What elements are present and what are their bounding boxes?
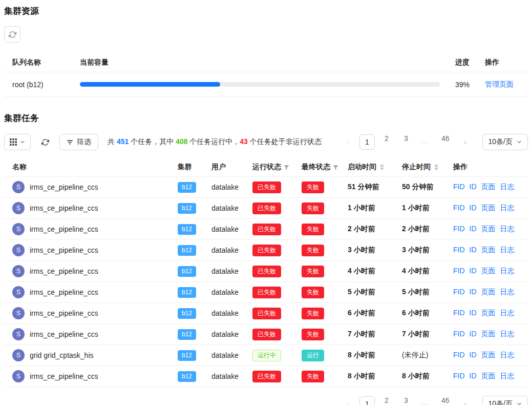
manage-page-link[interactable]: 管理页面 <box>485 80 514 88</box>
page-number-button[interactable]: 46 <box>437 133 454 151</box>
tasks-refresh-button[interactable] <box>37 134 53 150</box>
resources-table: 队列名称 当前容量 进度 操作 root (b12) 39% 管理页面 <box>4 53 528 97</box>
fid-link[interactable]: FID <box>453 330 465 339</box>
final-status-badge: 失败 <box>302 371 324 382</box>
col-header-start-time: 启动时间 <box>344 163 398 172</box>
sort-icon[interactable] <box>434 164 438 170</box>
log-link[interactable]: 日志 <box>500 183 515 192</box>
final-status-badge: 失败 <box>302 202 324 214</box>
sort-icon[interactable] <box>380 164 384 170</box>
page-number-button[interactable]: ··· <box>418 396 433 405</box>
table-row: S irms_ce_pipeline_ccs b12 datalake 已失败 … <box>4 198 528 219</box>
log-link[interactable]: 日志 <box>500 351 515 360</box>
id-link[interactable]: ID <box>470 267 477 276</box>
col-header-actions: 操作 <box>449 163 528 172</box>
log-link[interactable]: 日志 <box>500 204 515 213</box>
page-link[interactable]: 页面 <box>481 204 496 213</box>
col-header-cluster: 集群 <box>174 163 207 172</box>
fid-link[interactable]: FID <box>453 246 465 255</box>
fid-link[interactable]: FID <box>453 372 465 381</box>
log-link[interactable]: 日志 <box>500 309 515 318</box>
filter-lines-icon <box>67 139 73 146</box>
id-link[interactable]: ID <box>470 246 477 255</box>
user-name: datalake <box>207 225 248 233</box>
user-name: datalake <box>207 330 248 338</box>
final-status-badge: 运行 <box>302 350 324 361</box>
page-link[interactable]: 页面 <box>481 183 496 192</box>
log-link[interactable]: 日志 <box>500 267 515 276</box>
id-link[interactable]: ID <box>470 309 477 318</box>
page-number-button[interactable]: 2 <box>379 133 394 151</box>
page-number-button[interactable]: 3 <box>398 133 414 151</box>
filter-funnel-icon[interactable] <box>284 165 289 170</box>
page-number-button[interactable]: 2 <box>379 395 394 405</box>
summary-text: 个任务，其中 <box>129 137 176 146</box>
next-page-button[interactable]: › <box>458 396 473 405</box>
fid-link[interactable]: FID <box>453 267 465 276</box>
cluster-badge: b12 <box>178 224 196 235</box>
page-link[interactable]: 页面 <box>481 309 496 318</box>
log-link[interactable]: 日志 <box>500 372 515 381</box>
fid-link[interactable]: FID <box>453 225 465 234</box>
page-size-select[interactable]: 10条/页 <box>482 396 528 405</box>
prev-page-button[interactable]: ‹ <box>340 396 355 405</box>
fid-link[interactable]: FID <box>453 183 465 192</box>
resources-refresh-button[interactable] <box>4 26 20 43</box>
stop-time: 7 小时前 <box>398 330 449 339</box>
next-page-button[interactable]: › <box>458 134 473 150</box>
stop-time: (未停止) <box>398 351 449 360</box>
filter-funnel-icon[interactable] <box>333 165 338 170</box>
id-link[interactable]: ID <box>470 351 477 360</box>
column-settings-dropdown-button[interactable] <box>4 134 31 150</box>
page-link[interactable]: 页面 <box>481 288 496 297</box>
stop-time: 3 小时前 <box>398 246 449 255</box>
id-link[interactable]: ID <box>470 225 477 234</box>
page-number-button[interactable]: 3 <box>398 395 414 405</box>
page-number-button[interactable]: 1 <box>359 134 375 150</box>
id-link[interactable]: ID <box>470 330 477 339</box>
id-link[interactable]: ID <box>470 372 477 381</box>
avatar: S <box>12 265 25 277</box>
id-link[interactable]: ID <box>470 183 477 192</box>
log-link[interactable]: 日志 <box>500 288 515 297</box>
prev-page-button[interactable]: ‹ <box>340 134 355 150</box>
page-link[interactable]: 页面 <box>481 267 496 276</box>
chevron-down-icon <box>20 139 25 145</box>
filter-button-label: 筛选 <box>77 137 91 147</box>
id-link[interactable]: ID <box>470 288 477 297</box>
cluster-badge: b12 <box>178 371 196 382</box>
fid-link[interactable]: FID <box>453 204 465 213</box>
queue-name: root (b12) <box>4 80 76 89</box>
filter-button[interactable]: 筛选 <box>59 134 98 150</box>
running-count: 408 <box>176 137 187 146</box>
id-link[interactable]: ID <box>470 204 477 213</box>
page-link[interactable]: 页面 <box>481 372 496 381</box>
page-link[interactable]: 页面 <box>481 246 496 255</box>
task-name: irms_ce_pipeline_ccs <box>30 225 98 233</box>
user-name: datalake <box>207 267 248 275</box>
fid-link[interactable]: FID <box>453 288 465 297</box>
page-number-button[interactable]: 1 <box>359 396 375 405</box>
log-link[interactable]: 日志 <box>500 246 515 255</box>
page-link[interactable]: 页面 <box>481 330 496 339</box>
log-link[interactable]: 日志 <box>500 225 515 234</box>
page-number-button[interactable]: 46 <box>437 395 454 405</box>
user-name: datalake <box>207 309 248 317</box>
page-link[interactable]: 页面 <box>481 225 496 234</box>
page-size-select[interactable]: 10条/页 <box>482 134 528 150</box>
run-status-badge: 已失败 <box>252 371 281 382</box>
log-link[interactable]: 日志 <box>500 330 515 339</box>
start-time: 1 小时前 <box>344 204 398 213</box>
col-header-user: 用户 <box>207 163 248 172</box>
user-name: datalake <box>207 372 248 380</box>
page-link[interactable]: 页面 <box>481 351 496 360</box>
page-number-button[interactable]: ··· <box>418 134 433 150</box>
summary-text: 个任务处于非运行状态 <box>248 137 322 146</box>
capacity-progress-bar <box>80 82 440 87</box>
cluster-badge: b12 <box>178 308 196 319</box>
tasks-summary: 共 451 个任务，其中 408 个任务运行中，43 个任务处于非运行状态 <box>108 137 322 147</box>
fid-link[interactable]: FID <box>453 309 465 318</box>
col-header-progress: 进度 <box>451 58 481 67</box>
start-time: 5 小时前 <box>344 288 398 297</box>
fid-link[interactable]: FID <box>453 351 465 360</box>
